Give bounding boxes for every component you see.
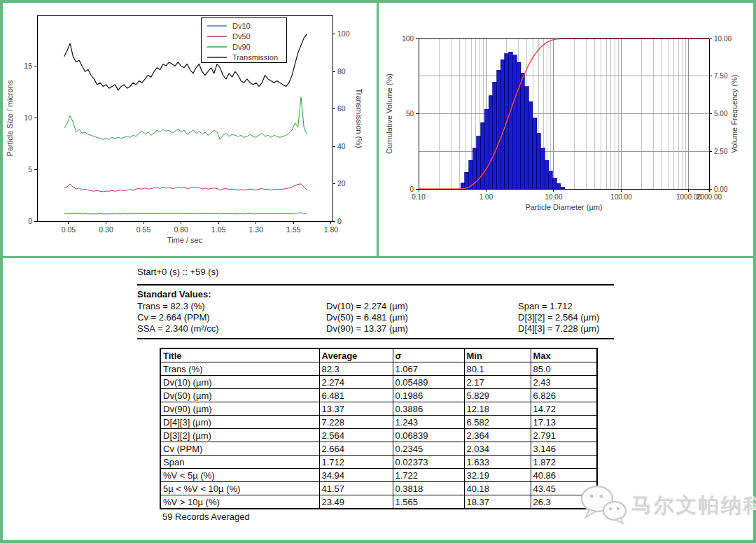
report-page: 0.050.300.550.801.051.301.551.8005101502… (0, 0, 756, 543)
distribution-chart-panel: 0.101.0010.00100.001000.002000.000501000… (379, 3, 753, 256)
svg-text:Dv90: Dv90 (232, 43, 251, 51)
table-cell: 85.0 (531, 362, 597, 376)
svg-text:Transmission (%): Transmission (%) (355, 88, 363, 148)
svg-text:0.80: 0.80 (174, 225, 188, 234)
svg-text:Time / sec: Time / sec (167, 236, 203, 244)
table-cell: 1.565 (393, 495, 464, 509)
table-cell: 17.13 (531, 416, 597, 429)
table-cell: 7.228 (319, 416, 393, 429)
table-cell: 6.582 (464, 416, 531, 429)
records-averaged-label: 59 Records Averaged (162, 512, 250, 522)
svg-text:5.00: 5.00 (714, 110, 728, 118)
svg-text:1.30: 1.30 (249, 225, 264, 234)
svg-text:Transmission: Transmission (232, 53, 278, 62)
svg-text:1.05: 1.05 (211, 225, 226, 234)
table-row: Trans (%)82.31.06780.185.0 (160, 362, 597, 376)
standard-values-col-1: Trans = 82.3 (%) Cv = 2.664 (PPM) SSA = … (137, 301, 219, 334)
table-cell: 1.067 (393, 362, 464, 376)
standard-value: D[3][2] = 2.564 (µm) (518, 312, 599, 323)
table-cell: 6.826 (531, 389, 597, 402)
table-cell: 0.2345 (393, 442, 464, 456)
table-cell: Dv(50) (µm) (160, 389, 319, 402)
trend-chart-panel: 0.050.300.550.801.051.301.551.8005101502… (3, 3, 377, 256)
table-cell: 1.633 (464, 456, 531, 469)
table-cell: Dv(90) (µm) (160, 402, 319, 416)
stats-table-body: Trans (%)82.31.06780.185.0Dv(10) (µm)2.2… (160, 362, 597, 509)
standard-value: Dv(50) = 6.481 (µm) (326, 312, 408, 323)
standard-value: Cv = 2.664 (PPM) (137, 312, 219, 323)
table-cell: 0.3818 (393, 482, 464, 495)
standard-value: Dv(90) = 13.37 (µm) (326, 323, 408, 334)
table-cell: 0.06839 (393, 429, 464, 442)
table-row: Cv (PPM)2.6640.23452.0343.146 (160, 442, 597, 456)
svg-text:0: 0 (410, 185, 414, 193)
stats-table: TitleAverageσMinMax Trans (%)82.31.06780… (160, 348, 598, 509)
svg-text:0: 0 (337, 217, 342, 225)
table-header-cell: Min (464, 348, 531, 362)
distribution-chart: 0.101.0010.00100.001000.002000.000501000… (379, 3, 753, 256)
table-cell: 2.034 (464, 442, 531, 456)
svg-text:Particle Diameter (µm): Particle Diameter (µm) (525, 203, 602, 211)
table-cell: 18.37 (464, 495, 531, 509)
svg-text:10: 10 (24, 113, 32, 122)
table-cell: 41.57 (319, 482, 393, 495)
table-cell: 32.19 (464, 469, 531, 482)
table-cell: 14.72 (531, 402, 597, 416)
record-range-label: Start+0 (s) :: +59 (s) (137, 267, 218, 277)
table-row: Span1.7120.023731.6331.872 (160, 456, 597, 469)
table-cell: 2.17 (464, 376, 531, 389)
svg-text:1.00: 1.00 (479, 193, 493, 201)
table-cell: 12.18 (464, 402, 531, 416)
svg-text:0.05: 0.05 (62, 225, 76, 234)
svg-text:1.55: 1.55 (286, 225, 301, 234)
table-cell: %V < 5µ (%) (160, 469, 319, 482)
table-cell: 2.664 (319, 442, 393, 456)
svg-text:100: 100 (337, 29, 350, 38)
table-cell: 6.481 (319, 389, 393, 402)
standard-value: Dv(10) = 2.274 (µm) (326, 301, 408, 312)
svg-text:2000.00: 2000.00 (696, 193, 722, 201)
table-cell: 40.18 (464, 482, 531, 495)
table-cell: D[4][3] (µm) (160, 416, 319, 429)
table-cell: 5µ < %V < 10µ (%) (160, 482, 319, 495)
table-cell: 1.722 (393, 469, 464, 482)
table-row: %V > 10µ (%)23.491.56518.3726.3 (160, 495, 597, 509)
table-cell: %V > 10µ (%) (160, 495, 319, 509)
table-header-cell: σ (393, 348, 464, 362)
standard-value: SSA = 2.340 (m²/cc) (137, 323, 219, 334)
table-cell: 34.94 (319, 469, 393, 482)
table-header-row: TitleAverageσMinMax (160, 348, 597, 362)
table-row: %V < 5µ (%)34.941.72232.1940.86 (160, 469, 597, 482)
standard-value: D[4][3] = 7.228 (µm) (518, 323, 599, 334)
table-cell: 0.3886 (393, 402, 464, 416)
svg-text:0.00: 0.00 (714, 185, 728, 193)
table-cell: 0.1986 (393, 389, 464, 402)
svg-text:0.55: 0.55 (136, 225, 151, 234)
standard-values-col-3: Span = 1.712 D[3][2] = 2.564 (µm) D[4][3… (518, 301, 599, 334)
standard-values-col-2: Dv(10) = 2.274 (µm) Dv(50) = 6.481 (µm) … (326, 301, 408, 334)
table-cell: 2.564 (319, 429, 393, 442)
svg-text:2.50: 2.50 (714, 148, 728, 155)
report-panel: Start+0 (s) :: +59 (s) Standard Values: … (3, 258, 753, 540)
svg-text:50: 50 (406, 110, 414, 118)
table-cell: 5.829 (464, 389, 531, 402)
table-cell: 23.49 (319, 495, 393, 509)
table-cell: 3.146 (531, 442, 597, 456)
wechat-icon (578, 482, 629, 528)
svg-text:Dv10: Dv10 (232, 22, 251, 30)
svg-text:10.00: 10.00 (714, 35, 732, 43)
svg-text:60: 60 (337, 104, 346, 113)
table-cell: Cv (PPM) (160, 442, 319, 456)
table-cell: D[3][2] (µm) (160, 429, 319, 442)
table-cell: 2.364 (464, 429, 531, 442)
divider-standard-values (137, 338, 614, 339)
svg-text:0.10: 0.10 (412, 193, 426, 201)
table-cell: 13.37 (319, 402, 393, 416)
table-cell: Span (160, 456, 319, 469)
table-cell: 1.872 (531, 456, 597, 469)
table-row: Dv(50) (µm)6.4810.19865.8296.826 (160, 389, 597, 402)
table-row: Dv(90) (µm)13.370.388612.1814.72 (160, 402, 597, 416)
svg-text:0.30: 0.30 (99, 225, 113, 234)
standard-value: Trans = 82.3 (%) (137, 301, 219, 312)
svg-text:5: 5 (28, 165, 32, 174)
